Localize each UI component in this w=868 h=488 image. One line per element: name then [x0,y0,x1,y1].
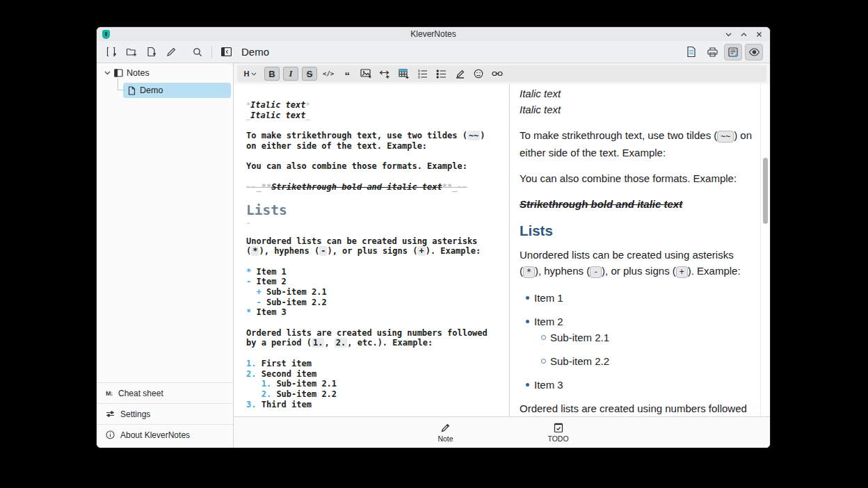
preview-p: Ordered lists are created using numbers … [520,400,761,416]
preview-list-item: Item 3 [520,377,761,393]
note-icon [128,86,136,95]
editor-line[interactable]: 1. First item [246,359,506,369]
preview-list-item: Item 1 [520,290,761,306]
editor-line[interactable]: on either side of the text. Example: [246,141,506,152]
editor-line[interactable]: 2. Sub-item 2.2 [246,389,506,400]
new-group-button[interactable] [124,44,138,60]
tree-item-notes[interactable]: Notes [97,67,233,79]
search-button[interactable] [190,44,204,60]
preview-list-item: Item 2 [520,314,761,330]
emoji-icon [474,69,483,79]
format-toolbar: H B I S </> “ [237,65,766,82]
print-button[interactable] [703,44,721,60]
editor-line[interactable]: - Item 2 [246,277,506,287]
tree-item-demo[interactable]: Demo [123,83,231,98]
editor-line[interactable]: - [246,220,506,226]
editor-line[interactable]: Unordered lists can be created using ast… [246,236,506,247]
editor-line[interactable]: Ordered lists are created using numbers … [246,328,506,339]
editor-line[interactable]: (*), hyphens (-), or plus signs (+). Exa… [246,246,506,257]
editor-line[interactable] [246,120,506,131]
new-category-button[interactable] [104,44,118,60]
new-note-button[interactable] [144,44,159,60]
bottom-bar: Note TODO [234,416,770,448]
preview-content: Italic textItalic textTo make strikethro… [510,84,761,416]
tree-item-label: Demo [140,86,163,95]
italic-button[interactable]: I [283,67,298,81]
bullet-list-button[interactable] [433,67,449,81]
pencil-icon [440,423,451,433]
minimize-button[interactable] [723,29,734,40]
editor-line[interactable]: _Italic text_ [246,111,506,121]
image-button[interactable] [358,67,373,81]
note-title: Demo [241,46,269,58]
note-tab-button[interactable]: Note [389,419,502,446]
header: Demo [97,41,770,63]
editor-line[interactable] [246,348,506,359]
close-button[interactable] [753,29,764,40]
editor-line[interactable]: 3. Third item [246,400,506,410]
emoji-button[interactable] [471,67,486,81]
todo-tab-button[interactable]: TODO [502,419,615,446]
chevron-down-icon [251,72,257,76]
preview-list: Item 1Item 2Sub-item 2.1Sub-item 2.2Item… [520,290,761,393]
quote-button[interactable]: “ [339,67,355,81]
editor-line[interactable]: You can also combine those formats. Exam… [246,161,506,172]
editor-line[interactable]: * Item 1 [246,267,506,277]
preview-italic-lines: Italic textItalic text [520,86,761,117]
editor-line[interactable] [246,318,506,328]
image-icon [360,69,371,79]
editor-line[interactable] [246,226,506,236]
editor-line[interactable]: 1. Sub-item 2.1 [246,379,506,389]
editor-mode-button[interactable] [724,44,742,60]
code-button[interactable]: </> [321,67,336,81]
rename-button[interactable] [164,44,179,60]
preview-list-item: Sub-item 2.1 [536,330,761,345]
klevernotes-window: KleverNotes [96,26,771,448]
preview-list-item: Sub-item 2.2 [536,353,761,369]
editor-line[interactable] [246,257,506,267]
preview-h2: Lists [520,222,761,240]
editor-line[interactable]: * Item 3 [246,307,506,318]
bold-button[interactable]: B [264,67,280,81]
heading-label: H [244,70,250,78]
toggle-sidebar-button[interactable] [219,44,234,60]
strikethrough-button[interactable]: S [302,67,317,81]
cheat-sheet-button[interactable]: M↓ Cheat sheet [97,382,233,403]
editor-line[interactable] [246,151,506,161]
code-label: </> [323,70,334,77]
table-button[interactable] [396,67,411,81]
todo-icon [554,423,563,433]
preview-scrollbar[interactable] [760,84,770,416]
about-button[interactable]: About KleverNotes [97,424,233,445]
sidebar: Notes Demo M↓ Cheat sheet [97,63,234,448]
editor-line[interactable]: + Sub-item 2.1 [246,287,506,298]
editor-line[interactable]: ~~_**Strikethrough bold and italic text*… [246,182,506,193]
editor-line[interactable] [246,192,506,202]
editor-line[interactable]: *Italic text* [246,100,506,111]
preview-mode-button[interactable] [745,44,763,60]
linked-note-button[interactable] [490,67,505,81]
editor-line[interactable]: To make strikethrough text, use two tild… [246,131,506,141]
preview-p: Strikethrough bold and italic text [520,196,761,212]
preview-scrollbar-thumb[interactable] [763,158,768,224]
italic-label: I [289,68,292,79]
link-button[interactable] [377,67,392,81]
tree-connector [118,79,124,90]
about-label: About KleverNotes [120,430,190,440]
editor-pane[interactable]: *Italic text*_Italic text_ To make strik… [234,84,509,416]
editor-line[interactable]: by a period (1., 2., etc.). Example: [246,338,506,348]
settings-button[interactable]: Settings [97,403,233,424]
tree-expander-icon[interactable] [104,71,111,75]
bullet-list-icon [436,70,447,79]
editor-line[interactable]: Lists [246,202,506,220]
preview-p: You can also combine those formats. Exam… [520,170,761,186]
editor-line[interactable]: 2. Second item [246,369,506,380]
highlight-button[interactable] [452,67,467,81]
editor-line[interactable] [246,172,506,182]
export-note-button[interactable] [682,44,700,60]
editor-line[interactable]: - Sub-item 2.2 [246,298,506,308]
heading-button[interactable]: H [240,67,261,81]
bold-label: B [268,69,275,79]
ordered-list-button[interactable] [415,67,430,81]
maximize-button[interactable] [738,29,749,40]
